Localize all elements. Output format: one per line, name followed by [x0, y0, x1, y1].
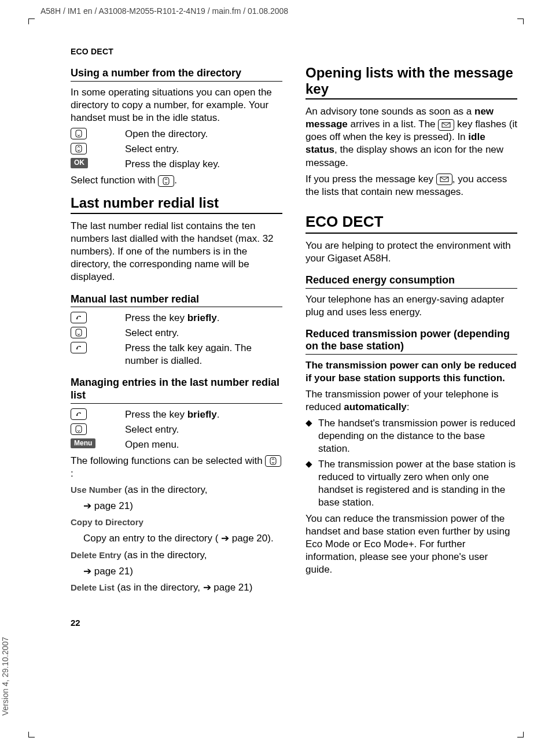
text: An advisory tone sounds as soon as a	[306, 106, 474, 117]
text: (as in the directory,	[115, 582, 203, 593]
body-text: The following functions can be selected …	[71, 455, 282, 480]
list-item: ◆The transmission power at the base stat…	[306, 458, 517, 509]
heading-using-number: Using a number from the directory	[71, 67, 282, 82]
function-item: Use Number (as in the directory,	[71, 484, 282, 496]
crop-mark	[23, 19, 35, 30]
step-text: Press the display key.	[125, 158, 282, 171]
text: Select function with	[71, 175, 158, 186]
step-text: Press the key briefly.	[125, 408, 282, 421]
menu-key-icon: Menu	[71, 438, 117, 449]
step-text: Select entry.	[125, 423, 282, 436]
text: (as in the directory,	[122, 550, 207, 560]
body-text: The last number redial list contains the…	[71, 220, 282, 283]
body-text: You are helping to protect the environme…	[306, 239, 517, 265]
arrow-icon: ➔	[221, 533, 229, 544]
arrow-icon: ➔	[203, 582, 211, 593]
crop-mark	[517, 726, 529, 737]
heading-managing-entries: Managing entries in the last number redi…	[71, 377, 282, 403]
text-bold: automatically	[344, 401, 407, 412]
function-label: Delete Entry	[71, 550, 122, 560]
step-text: Open menu.	[125, 438, 282, 451]
left-column: ECO DECT Using a number from the directo…	[71, 46, 282, 721]
crop-path: A58H / IM1 en / A31008-M2055-R101-2-4N19…	[41, 6, 288, 16]
crop-mark	[517, 19, 529, 30]
body-text: Select function with .	[71, 174, 282, 187]
body-text: The transmission power can only be reduc…	[306, 359, 517, 385]
text: arrives in a list. The	[348, 119, 439, 130]
heading-eco-dect: ECO DECT	[306, 213, 517, 234]
step-text: Select entry.	[125, 143, 282, 156]
heading-last-number: Last number redial list	[71, 195, 282, 214]
list-item: ◆The handset's transmission power is red…	[306, 417, 517, 455]
text: Press the key	[125, 409, 187, 420]
text: The handset's transmission power is redu…	[318, 417, 517, 455]
step-row: Open the directory.	[71, 128, 282, 141]
step-row: Press the key briefly.	[71, 312, 282, 324]
function-label: Copy to Directory	[71, 517, 143, 527]
body-text: An advisory tone sounds as soon as a new…	[306, 105, 517, 169]
text: The transmission power at the base stati…	[318, 458, 517, 509]
body-text: You can reduce the transmission power of…	[306, 512, 517, 576]
diamond-icon: ◆	[306, 458, 314, 509]
text: Press the key	[125, 312, 187, 323]
down-key-icon	[71, 423, 117, 435]
body-text: The transmission power of your telephone…	[306, 388, 517, 414]
function-label: Use Number	[71, 485, 122, 495]
talk-key-icon	[71, 408, 117, 420]
step-row: Select entry.	[71, 327, 282, 340]
step-text: Press the talk key again. The number is …	[125, 342, 282, 367]
message-key-icon	[438, 119, 454, 131]
heading-reduced-energy: Reduced energy consumption	[306, 274, 517, 289]
running-head: ECO DECT	[71, 46, 282, 57]
text: .	[217, 312, 220, 323]
function-item: Delete Entry (as in the directory,	[71, 549, 282, 562]
heading-manual-redial: Manual last number redial	[71, 293, 282, 308]
text: The following functions can be selected …	[71, 455, 265, 466]
text: , the display shows an icon for the new …	[306, 144, 503, 168]
step-row: Press the key briefly.	[71, 408, 282, 421]
crop-mark	[23, 726, 35, 737]
body-text: If you press the message key , you acces…	[306, 173, 517, 198]
heading-opening-lists: Opening lists with the message key	[306, 65, 517, 99]
talk-key-icon	[71, 312, 117, 323]
bullet-list: ◆The handset's transmission power is red…	[306, 417, 517, 509]
step-row: Select entry.	[71, 143, 282, 156]
text: (as in the directory,	[122, 484, 207, 495]
arrow-icon: ➔	[83, 500, 91, 511]
text-bold: The transmission power can only be reduc…	[306, 360, 517, 383]
page-content: ECO DECT Using a number from the directo…	[71, 46, 517, 721]
step-text: Select entry.	[125, 327, 282, 340]
page-number: 22	[71, 617, 282, 629]
step-text: Press the key briefly.	[125, 312, 282, 324]
step-row: Menu Open menu.	[71, 438, 282, 451]
text-bold: briefly	[187, 312, 217, 323]
body-text: In some operating situations you can ope…	[71, 86, 282, 124]
text: page 20).	[229, 533, 274, 544]
text: page 21)	[91, 500, 133, 511]
text: page 21)	[91, 566, 133, 577]
text: :	[71, 468, 73, 479]
function-item: Copy to Directory	[71, 516, 282, 529]
text: .	[217, 409, 220, 420]
step-row: Select entry.	[71, 423, 282, 436]
text: :	[407, 401, 410, 412]
function-desc: Copy an entry to the directory ( ➔ page …	[71, 532, 282, 545]
function-ref: ➔ page 21)	[71, 500, 282, 512]
talk-key-icon	[71, 342, 117, 353]
diamond-icon: ◆	[306, 417, 314, 455]
arrow-icon: ➔	[83, 566, 91, 577]
step-row: Press the talk key again. The number is …	[71, 342, 282, 367]
function-item: Delete List (as in the directory, ➔ page…	[71, 581, 282, 594]
down-key-icon	[71, 327, 117, 338]
text: If you press the message key	[306, 174, 436, 185]
function-label: Delete List	[71, 582, 115, 592]
step-text: Open the directory.	[125, 128, 282, 141]
updown-key-icon	[158, 175, 174, 187]
heading-reduced-transmission: Reduced transmission power (depending on…	[306, 328, 517, 355]
version-text: Version 4, 29.10.2007	[0, 637, 10, 716]
text: .	[174, 175, 177, 186]
ok-key-icon: OK	[71, 158, 117, 168]
down-key-icon	[71, 128, 117, 139]
right-column: Opening lists with the message key An ad…	[306, 46, 517, 721]
updown-key-icon	[71, 143, 117, 154]
